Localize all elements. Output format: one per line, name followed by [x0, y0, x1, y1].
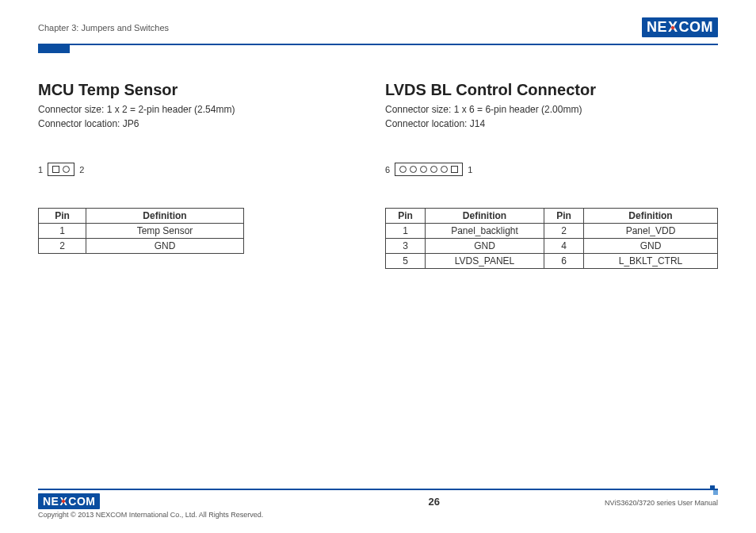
- th-pin: Pin: [386, 209, 426, 224]
- connector-size-left: Connector size: 1 x 2 = 2-pin header (2.…: [38, 102, 338, 117]
- cell-def: GND: [86, 239, 244, 254]
- pin-label-1: 1: [38, 165, 43, 174]
- cell-pin: 5: [386, 254, 426, 269]
- nexcom-logo: NE X COM: [642, 17, 718, 37]
- footer-divider: [38, 489, 718, 490]
- pin-diagram-6pin: 6 1: [385, 163, 718, 176]
- th-pin: Pin: [544, 209, 584, 224]
- connector-loc-right: Connector location: J14: [385, 117, 718, 131]
- cell-pin: 1: [386, 224, 426, 239]
- th-pin: Pin: [39, 209, 86, 224]
- pin-circle-icon: [420, 166, 427, 173]
- connector-size-right: Connector size: 1 x 6 = 6-pin header (2.…: [385, 102, 718, 117]
- logo-left: NE: [647, 19, 667, 36]
- connector-loc-left: Connector location: JP6: [38, 117, 338, 131]
- cell-pin: 3: [386, 239, 426, 254]
- pin-circle-icon: [399, 166, 407, 173]
- table-row: 5 LVDS_PANEL 6 L_BKLT_CTRL: [386, 254, 718, 269]
- footer-tab-icon: [710, 485, 718, 495]
- pin-circle-icon: [430, 166, 437, 173]
- connector-outline: [48, 163, 74, 176]
- table-row: 2 GND: [39, 239, 244, 254]
- cell-def: Temp Sensor: [86, 224, 244, 239]
- table-row: 1 Temp Sensor: [39, 224, 244, 239]
- cell-pin: 4: [544, 239, 584, 254]
- table-row: 3 GND 4 GND: [386, 239, 718, 254]
- cell-pin: 2: [39, 239, 86, 254]
- manual-name: NViS3620/3720 series User Manual: [605, 499, 718, 507]
- cell-def: LVDS_PANEL: [426, 254, 544, 269]
- pin-label-1: 1: [468, 165, 472, 174]
- cell-pin: 6: [544, 254, 584, 269]
- logo-x-icon: X: [59, 495, 67, 508]
- header-tab-icon: [38, 45, 70, 53]
- pin-table-left: Pin Definition 1 Temp Sensor 2 GND: [38, 208, 244, 254]
- pin-circle-icon: [441, 166, 448, 173]
- table-row: 1 Panel_backlight 2 Panel_VDD: [386, 224, 718, 239]
- copyright-text: Copyright © 2013 NEXCOM International Co…: [38, 511, 263, 519]
- pin-square-icon: [451, 166, 458, 173]
- cell-pin: 1: [39, 224, 86, 239]
- page-number: 26: [428, 496, 439, 508]
- th-def: Definition: [426, 209, 544, 224]
- logo-left: NE: [43, 495, 59, 508]
- section-title-left: MCU Temp Sensor: [38, 81, 338, 99]
- pin-circle-icon: [63, 166, 70, 173]
- page-header: Chapter 3: Jumpers and Switches NE X COM: [38, 17, 718, 40]
- cell-def: GND: [584, 239, 718, 254]
- pin-diagram-2pin: 1 2: [38, 163, 338, 176]
- logo-x-icon: X: [668, 19, 678, 36]
- footer-left: NE X COM Copyright © 2013 NEXCOM Interna…: [38, 493, 263, 519]
- cell-def: Panel_VDD: [584, 224, 718, 239]
- pin-square-icon: [52, 166, 59, 173]
- cell-pin: 2: [544, 224, 584, 239]
- th-def: Definition: [86, 209, 244, 224]
- nexcom-logo-small: NE X COM: [38, 493, 100, 509]
- logo-right: COM: [679, 19, 714, 36]
- table-header-row: Pin Definition: [39, 209, 244, 224]
- cell-def: Panel_backlight: [426, 224, 544, 239]
- connector-outline: [395, 163, 463, 176]
- pin-label-6: 6: [385, 165, 390, 174]
- logo-right: COM: [68, 495, 95, 508]
- th-def: Definition: [584, 209, 718, 224]
- page-footer: NE X COM Copyright © 2013 NEXCOM Interna…: [38, 489, 718, 519]
- cell-def: L_BKLT_CTRL: [584, 254, 718, 269]
- pin-label-2: 2: [79, 165, 84, 174]
- main-content: MCU Temp Sensor Connector size: 1 x 2 = …: [38, 81, 718, 269]
- pin-circle-icon: [410, 166, 417, 173]
- pin-table-right: Pin Definition Pin Definition 1 Panel_ba…: [385, 208, 718, 269]
- left-section: MCU Temp Sensor Connector size: 1 x 2 = …: [38, 81, 338, 269]
- header-divider: [38, 44, 718, 45]
- table-header-row: Pin Definition Pin Definition: [386, 209, 718, 224]
- section-title-right: LVDS BL Control Connector: [385, 81, 718, 99]
- cell-def: GND: [426, 239, 544, 254]
- chapter-title: Chapter 3: Jumpers and Switches: [38, 23, 169, 33]
- right-section: LVDS BL Control Connector Connector size…: [385, 81, 718, 269]
